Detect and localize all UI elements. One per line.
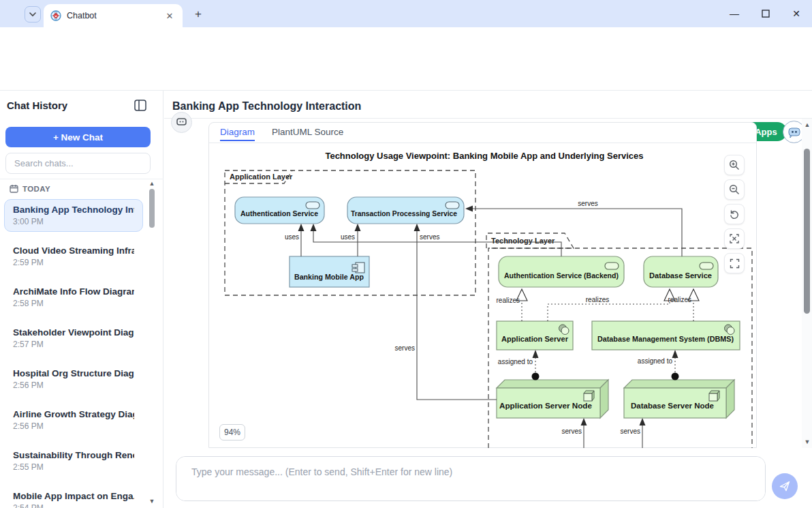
- svg-text:uses: uses: [341, 233, 355, 241]
- send-button[interactable]: [772, 473, 798, 499]
- window-maximize-button[interactable]: [750, 0, 781, 27]
- favicon-visual-paradigm: [50, 10, 61, 21]
- node-label: Application Server Node: [499, 402, 593, 410]
- chat-list-item[interactable]: ArchiMate Info Flow Diagram2:58 PM: [4, 281, 143, 314]
- expand-arrows-icon: [729, 233, 740, 244]
- node-label: Database Server Node: [631, 402, 714, 410]
- node-application-server-node: Application Server Node: [497, 380, 608, 418]
- edge-realizes-appserver-to-backend: realizes: [497, 289, 527, 321]
- edge-uses-app-to-tps: uses: [341, 224, 361, 256]
- new-chat-button[interactable]: + New Chat: [5, 127, 151, 147]
- node-cube-icon: [709, 391, 719, 401]
- scroll-down-arrow[interactable]: ▼: [148, 497, 156, 505]
- search-chats-input[interactable]: [5, 153, 151, 174]
- collapse-sidebar-icon[interactable]: [134, 100, 146, 111]
- tab-search-chevron-button[interactable]: [25, 6, 41, 23]
- send-paper-plane-icon: [779, 480, 791, 492]
- svg-text:serves: serves: [395, 344, 415, 352]
- fullscreen-brackets-icon: [730, 258, 740, 269]
- window-minimize-button[interactable]: —: [719, 0, 750, 27]
- application-service-icon: [306, 202, 319, 209]
- application-service-icon: [446, 202, 459, 209]
- message-input-bar: [164, 448, 812, 508]
- svg-text:realizes: realizes: [497, 297, 520, 304]
- conversation-title: Banking App Technology Interaction: [172, 100, 361, 113]
- sidebar-divider: [0, 179, 163, 179]
- fullscreen-button[interactable]: [724, 253, 745, 273]
- diagram-message-card: Diagram PlantUML Source Technology Usage…: [208, 122, 757, 448]
- node-label: Transaction Processing Service: [351, 210, 457, 218]
- node-banking-mobile-app: Banking Mobile App: [290, 256, 369, 287]
- node-database-server-node: Database Server Node: [624, 380, 734, 418]
- browser-titlebar: Chatbot ✕ + — ✕: [0, 0, 812, 27]
- node-dbms: Database Management System (DBMS): [592, 321, 740, 350]
- svg-text:serves: serves: [621, 428, 640, 435]
- diagram-title: Technology Usage Viewpoint: Banking Mobi…: [325, 151, 643, 161]
- sidebar: Chat History + New Chat TODAY Banking Ap…: [0, 91, 163, 508]
- diagram-tabbar: Diagram PlantUML Source: [209, 123, 756, 143]
- today-section-header: TODAY: [10, 184, 50, 193]
- zoom-out-icon: [729, 184, 740, 195]
- svg-text:uses: uses: [285, 233, 299, 241]
- edge-uses-app-to-auth: uses: [285, 224, 304, 256]
- svg-text:realizes: realizes: [586, 296, 609, 303]
- chat-list-item[interactable]: Banking App Technology Int...3:00 PM: [4, 199, 143, 232]
- calendar-icon: [10, 184, 18, 193]
- tab-diagram[interactable]: Diagram: [220, 127, 255, 137]
- chat-list-item[interactable]: Sustainability Through Rene...2:55 PM: [4, 445, 143, 477]
- chat-list-item[interactable]: Hospital Org Structure Diagr...2:56 PM: [4, 363, 143, 395]
- tab-title: Chatbot: [67, 11, 163, 20]
- chat-list-item[interactable]: Airline Growth Strategy Diag...2:56 PM: [4, 404, 143, 436]
- technology-service-icon: [700, 263, 713, 269]
- chat-history-title: Chat History: [7, 100, 67, 111]
- node-database-service: Database Service: [644, 256, 718, 287]
- zoom-out-button[interactable]: [724, 179, 745, 200]
- archimate-diagram-canvas[interactable]: Technology Usage Viewpoint: Banking Mobi…: [209, 143, 756, 448]
- robot-icon: [176, 117, 188, 128]
- zoom-level-badge: 94%: [219, 424, 245, 440]
- scroll-down-arrow[interactable]: ▼: [803, 438, 811, 446]
- reset-view-button[interactable]: [724, 204, 745, 224]
- scroll-up-arrow[interactable]: ▲: [148, 179, 156, 188]
- node-label: Database Management System (DBMS): [597, 335, 734, 343]
- assistant-avatar: [171, 112, 192, 133]
- node-label: Banking Mobile App: [294, 273, 364, 281]
- svg-text:assigned to: assigned to: [498, 358, 533, 365]
- chat-list-item[interactable]: Cloud Video Streaming Infra...2:59 PM: [4, 240, 143, 273]
- scroll-up-arrow[interactable]: ▲: [803, 121, 811, 129]
- fit-expand-button[interactable]: [724, 228, 745, 249]
- edge-serves-bottom-dbnode: serves: [621, 418, 646, 448]
- edge-assigned-appnode-to-appserver: assigned to: [498, 350, 540, 380]
- robot-icon: [787, 125, 802, 139]
- browser-tab[interactable]: Chatbot ✕: [44, 4, 183, 27]
- new-tab-button[interactable]: +: [191, 7, 206, 22]
- maximize-icon: [762, 10, 770, 18]
- chevron-down-icon: [29, 10, 37, 18]
- node-label: Authentication Service (Backend): [504, 272, 619, 280]
- reset-rotate-icon: [729, 209, 740, 220]
- main-scrollbar-thumb[interactable]: [804, 149, 810, 314]
- sidebar-scrollbar-thumb[interactable]: [149, 189, 155, 228]
- node-application-server: Application Server: [497, 321, 573, 350]
- chat-list-item[interactable]: Stakeholder Viewpoint Diagr...2:57 PM: [4, 322, 143, 355]
- node-label: Application Server: [501, 335, 568, 343]
- edge-realizes-appserver-to-dbservice: realizes: [548, 289, 675, 321]
- group-label: Application Layer: [230, 173, 293, 181]
- zoom-in-button[interactable]: [724, 155, 745, 175]
- main-scrollbar[interactable]: ▲ ▼: [802, 119, 812, 448]
- svg-text:realizes: realizes: [668, 296, 691, 303]
- browser-window: Chatbot ✕ + — ✕ ai-toolbox.visual-paradi…: [0, 0, 812, 508]
- chat-list-item[interactable]: Mobile App Impact on Enga...2:54 PM: [4, 485, 143, 508]
- technology-service-icon: [605, 263, 619, 269]
- node-transaction-processing-service: Transaction Processing Service: [347, 197, 464, 224]
- tab-close-button[interactable]: ✕: [163, 10, 176, 22]
- sidebar-scrollbar[interactable]: ▲ ▼: [148, 179, 156, 505]
- chat-list: Banking App Technology Int...3:00 PM Clo…: [0, 196, 147, 508]
- node-label: Authentication Service: [240, 210, 318, 218]
- tab-plantuml-source[interactable]: PlantUML Source: [272, 127, 343, 137]
- node-authentication-service-backend: Authentication Service (Backend): [499, 256, 624, 287]
- node-cube-icon: [584, 391, 594, 401]
- window-close-button[interactable]: ✕: [781, 0, 812, 27]
- message-input[interactable]: [176, 456, 766, 501]
- svg-text:serves: serves: [578, 200, 597, 207]
